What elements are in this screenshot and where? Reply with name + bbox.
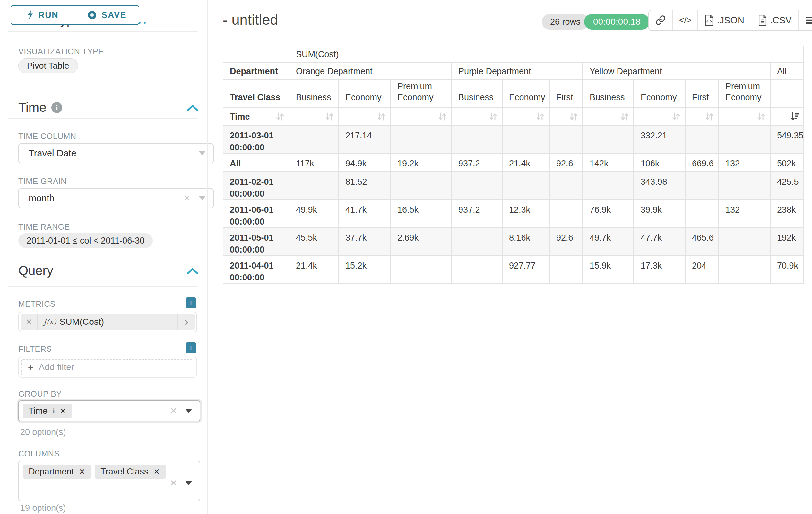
sort-desc-active-icon[interactable] <box>790 112 800 121</box>
clear-icon[interactable]: ✕ <box>183 193 191 204</box>
code-icon: </> <box>679 15 691 25</box>
pivot-value-cell: 117k <box>290 154 338 171</box>
chevron-right-icon[interactable]: › <box>177 314 195 330</box>
pivot-value-cell <box>583 126 633 153</box>
export-csv-button[interactable]: .CSV <box>751 10 798 30</box>
run-button[interactable]: RUN <box>11 6 76 24</box>
group-by-select[interactable]: Timei✕ ✕ <box>18 400 200 422</box>
save-button-label: SAVE <box>102 10 126 20</box>
columns-select[interactable]: Department✕Travel Class✕ ✕ <box>18 461 200 501</box>
add-filter-dropzone[interactable]: + Add filter <box>21 359 195 375</box>
time-dim-text: Time <box>230 112 250 122</box>
collapse-chevron-up-icon[interactable] <box>187 105 198 111</box>
pivot-value-cell: 76.9k <box>583 200 633 227</box>
pivot-value-cell <box>290 172 338 199</box>
query-timer-badge: 00:00:00.18 <box>584 14 649 30</box>
view-query-button[interactable]: </> <box>672 10 697 30</box>
sort-icon[interactable] <box>488 112 498 121</box>
pivot-time-dim-label[interactable]: Time <box>223 108 289 125</box>
pivot-sort-cell[interactable] <box>452 108 502 125</box>
metric-pill[interactable]: ✕ ƒ(x) SUM(Cost) › <box>21 314 195 330</box>
sort-icon[interactable] <box>704 112 714 121</box>
columns-label: COLUMNS <box>18 449 60 458</box>
add-metric-button[interactable]: + <box>185 297 196 308</box>
collapse-chevron-up-icon[interactable] <box>187 268 198 274</box>
pivot-value-cell: 204 <box>686 256 718 283</box>
export-json-button[interactable]: .JSON <box>697 10 750 30</box>
sort-icon[interactable] <box>671 112 681 121</box>
metric-name: SUM(Cost) <box>60 317 177 327</box>
explore-page: Chart Type RUN SAVE VISUALIZATION TYPE P… <box>0 0 812 514</box>
sort-icon[interactable] <box>569 112 578 121</box>
tag-pill[interactable]: Department✕ <box>23 464 91 479</box>
pivot-corner-cell <box>223 46 289 62</box>
short-link-button[interactable] <box>649 10 672 30</box>
csv-file-icon <box>758 15 767 26</box>
sort-icon[interactable] <box>620 112 629 121</box>
tag-pill-label: Travel Class <box>100 467 148 477</box>
filters-box: + Add filter <box>18 357 197 378</box>
remove-tag-icon[interactable]: ✕ <box>79 467 85 476</box>
group-by-options-hint: 20 option(s) <box>20 427 66 437</box>
pivot-sort-cell[interactable] <box>339 108 390 125</box>
tag-pill[interactable]: Travel Class✕ <box>95 464 165 479</box>
plus-icon: + <box>28 362 34 373</box>
info-icon[interactable]: i <box>53 407 55 415</box>
pivot-value-cell <box>550 256 582 283</box>
time-range-pill[interactable]: 2011-01-01 ≤ col < 2011-06-30 <box>18 233 153 248</box>
pivot-department-group-header: Purple Department <box>452 63 582 79</box>
time-column-select[interactable]: Travel Date <box>18 143 214 163</box>
pivot-value-cell: 332.21 <box>634 126 685 153</box>
pivot-value-cell <box>583 172 633 199</box>
time-column-value: Travel Date <box>29 148 191 159</box>
pivot-travel-class-header: Economy <box>502 80 549 107</box>
pivot-sort-cell[interactable] <box>550 108 582 125</box>
clipped-chevron-dot <box>139 22 141 24</box>
pivot-travel-class-header: Business <box>583 80 633 107</box>
chevron-down-icon <box>199 196 205 200</box>
pivot-sort-cell[interactable] <box>290 108 338 125</box>
pivot-sort-cell[interactable] <box>583 108 633 125</box>
pivot-value-cell: 92.6 <box>550 154 582 171</box>
run-button-label: RUN <box>38 10 58 20</box>
pivot-value-cell <box>391 172 451 199</box>
chart-title[interactable]: - untitled <box>223 11 278 28</box>
menu-button[interactable] <box>798 10 812 30</box>
pivot-department-dim-label: Department <box>223 63 289 79</box>
tag-pill-label: Department <box>29 467 74 477</box>
visualization-type-pill[interactable]: Pivot Table <box>18 58 78 73</box>
clear-icon[interactable]: ✕ <box>170 478 177 488</box>
sort-icon[interactable] <box>437 112 447 121</box>
add-filter-button[interactable]: + <box>185 343 196 353</box>
remove-tag-icon[interactable]: ✕ <box>60 407 66 415</box>
sort-icon[interactable] <box>535 112 545 121</box>
sort-icon[interactable] <box>376 112 386 121</box>
pivot-value-cell <box>719 256 770 283</box>
pivot-travel-class-header: Business <box>290 80 338 107</box>
time-grain-select[interactable]: month ✕ <box>18 188 214 208</box>
time-grain-value: month <box>29 193 183 204</box>
lightning-bolt-icon <box>27 10 34 20</box>
pivot-value-cell: 142k <box>583 154 633 171</box>
pivot-sort-cell[interactable] <box>391 108 451 125</box>
sort-icon[interactable] <box>756 112 766 121</box>
pivot-sort-cell[interactable] <box>686 108 718 125</box>
pivot-sort-cell[interactable] <box>502 108 549 125</box>
remove-metric-icon[interactable]: ✕ <box>21 314 38 330</box>
section-divider <box>8 286 198 287</box>
pivot-travel-class-header: Economy <box>339 80 390 107</box>
pivot-sort-cell-active[interactable] <box>771 108 803 125</box>
sort-icon[interactable] <box>275 112 285 121</box>
pivot-value-cell: 937.2 <box>452 154 502 171</box>
pivot-value-cell <box>686 172 718 199</box>
save-button[interactable]: SAVE <box>76 6 139 24</box>
info-icon[interactable]: i <box>51 102 62 113</box>
pivot-value-cell: 45.5k <box>290 228 338 255</box>
pivot-sort-cell[interactable] <box>634 108 685 125</box>
tag-pill[interactable]: Timei✕ <box>23 404 72 418</box>
clear-icon[interactable]: ✕ <box>170 406 177 416</box>
pivot-sort-cell[interactable] <box>719 108 770 125</box>
sort-icon[interactable] <box>324 112 334 121</box>
pivot-value-cell: 19.2k <box>391 154 451 171</box>
remove-tag-icon[interactable]: ✕ <box>153 467 160 476</box>
